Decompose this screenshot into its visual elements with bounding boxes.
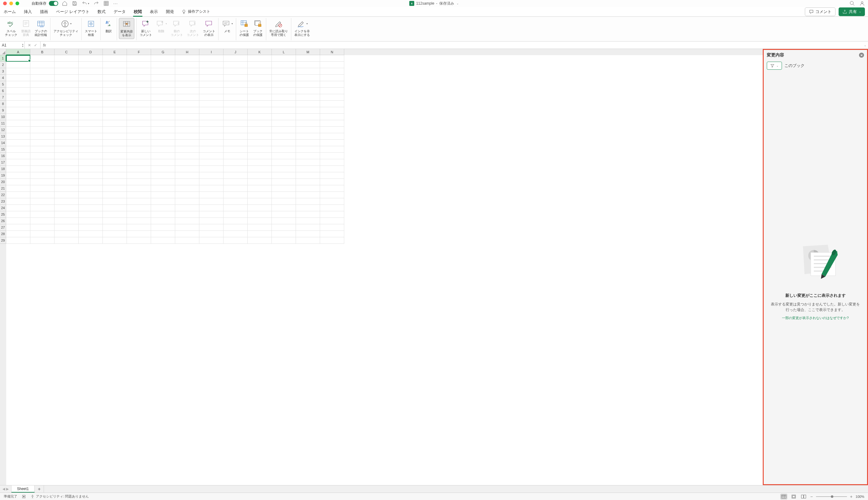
row-header[interactable]: 3 <box>0 68 6 75</box>
cell[interactable] <box>6 55 30 62</box>
cell[interactable] <box>272 166 296 172</box>
cell[interactable] <box>320 120 344 127</box>
cell[interactable] <box>55 62 79 68</box>
cell[interactable] <box>103 185 127 192</box>
cell[interactable] <box>30 179 55 185</box>
cell[interactable] <box>79 114 103 120</box>
cell[interactable] <box>79 224 103 231</box>
cell[interactable] <box>320 114 344 120</box>
tab-insert[interactable]: 挿入 <box>23 7 33 16</box>
tab-view[interactable]: 表示 <box>149 7 159 16</box>
cell[interactable] <box>248 192 272 198</box>
cell[interactable] <box>79 211 103 218</box>
cell[interactable] <box>248 231 272 237</box>
cell[interactable] <box>55 198 79 205</box>
cell[interactable] <box>320 101 344 107</box>
fx-label[interactable]: fx <box>40 42 48 49</box>
cell[interactable] <box>151 224 175 231</box>
cell[interactable] <box>199 127 223 133</box>
cell[interactable] <box>55 101 79 107</box>
cell[interactable] <box>151 88 175 94</box>
cell[interactable] <box>248 198 272 205</box>
cell[interactable] <box>151 218 175 224</box>
cell[interactable] <box>320 179 344 185</box>
cell[interactable] <box>199 114 223 120</box>
cell[interactable] <box>6 237 30 244</box>
cell[interactable] <box>320 166 344 172</box>
cell[interactable] <box>175 81 199 88</box>
cell[interactable] <box>296 224 320 231</box>
cell[interactable] <box>79 101 103 107</box>
cell[interactable] <box>30 114 55 120</box>
cell[interactable] <box>296 88 320 94</box>
tab-home[interactable]: ホーム <box>3 7 16 16</box>
hide-ink-button[interactable]: ▾ インクを非 表示にする <box>293 18 311 39</box>
cell[interactable] <box>296 120 320 127</box>
row-header[interactable]: 9 <box>0 107 6 114</box>
cell[interactable] <box>151 192 175 198</box>
cell[interactable] <box>6 205 30 211</box>
cell[interactable] <box>151 166 175 172</box>
cell[interactable] <box>199 62 223 68</box>
cell[interactable] <box>30 62 55 68</box>
cell[interactable] <box>248 237 272 244</box>
cell[interactable] <box>272 211 296 218</box>
cell[interactable] <box>175 133 199 140</box>
cell[interactable] <box>6 198 30 205</box>
cell[interactable] <box>6 88 30 94</box>
cell[interactable] <box>223 55 248 62</box>
cell[interactable] <box>103 127 127 133</box>
cell[interactable] <box>79 55 103 62</box>
cell[interactable] <box>55 237 79 244</box>
cell[interactable] <box>248 153 272 159</box>
cell[interactable] <box>272 205 296 211</box>
cell[interactable] <box>103 218 127 224</box>
cell[interactable] <box>151 159 175 166</box>
cell[interactable] <box>30 172 55 179</box>
col-header[interactable]: H <box>175 49 199 55</box>
cell[interactable] <box>127 68 151 75</box>
cell[interactable] <box>30 94 55 101</box>
cell[interactable] <box>296 101 320 107</box>
row-header[interactable]: 25 <box>0 211 6 218</box>
zoom-level[interactable]: 100% <box>856 495 864 498</box>
cell[interactable] <box>55 133 79 140</box>
cell[interactable] <box>103 159 127 166</box>
cell[interactable] <box>151 237 175 244</box>
row-header[interactable]: 20 <box>0 179 6 185</box>
row-header[interactable]: 6 <box>0 88 6 94</box>
cell[interactable] <box>79 88 103 94</box>
cell[interactable] <box>79 218 103 224</box>
cell[interactable] <box>175 94 199 101</box>
cell[interactable] <box>30 205 55 211</box>
cell[interactable] <box>30 211 55 218</box>
cell[interactable] <box>199 120 223 127</box>
cell[interactable] <box>223 120 248 127</box>
cell[interactable] <box>199 211 223 218</box>
macro-record-icon[interactable] <box>22 495 26 499</box>
cell[interactable] <box>127 140 151 146</box>
row-header[interactable]: 5 <box>0 81 6 88</box>
cell[interactable] <box>55 107 79 114</box>
cell[interactable] <box>127 55 151 62</box>
cell[interactable] <box>55 231 79 237</box>
cell[interactable] <box>103 172 127 179</box>
empty-help-link[interactable]: 一部の変更が表示されないのはなぜですか? <box>782 316 848 320</box>
sheet-next-icon[interactable]: ▶ <box>6 487 9 491</box>
cell[interactable] <box>103 224 127 231</box>
cell[interactable] <box>55 218 79 224</box>
cell[interactable] <box>272 88 296 94</box>
cell[interactable] <box>272 127 296 133</box>
cell[interactable] <box>199 159 223 166</box>
delete-comment-button[interactable]: ▾ 削除 <box>154 18 168 39</box>
cell[interactable] <box>6 107 30 114</box>
cell[interactable] <box>272 101 296 107</box>
cell[interactable] <box>272 179 296 185</box>
zoom-out-button[interactable]: − <box>810 494 812 499</box>
tab-developer[interactable]: 開発 <box>165 7 175 16</box>
cell[interactable] <box>296 179 320 185</box>
cell[interactable] <box>248 224 272 231</box>
cell[interactable] <box>272 224 296 231</box>
cell[interactable] <box>248 159 272 166</box>
cell[interactable] <box>127 159 151 166</box>
